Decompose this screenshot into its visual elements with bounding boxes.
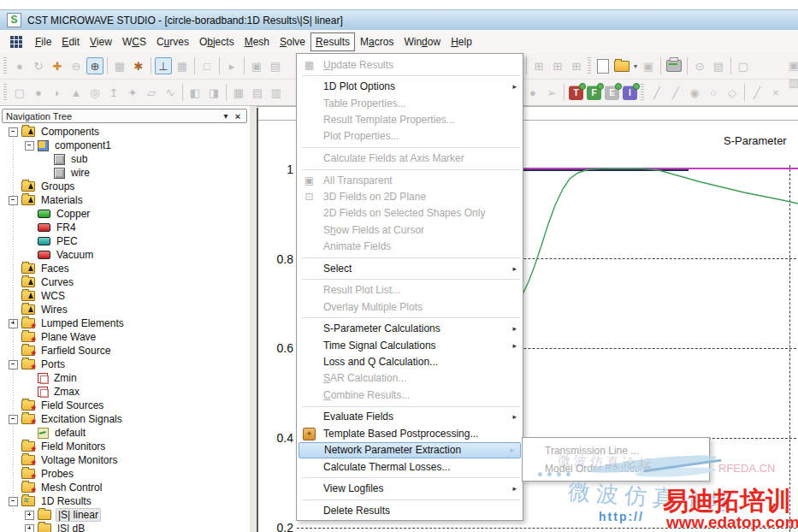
menu-item-template-based-postprocessing[interactable]: ✶Template Based Postprocessing... (297, 425, 523, 441)
window-cascade-icon[interactable]: ⊞ (530, 57, 547, 74)
docked-tool-icon-2[interactable]: ▥ (785, 74, 798, 91)
tree-item-s-linear[interactable]: |S| linear (2, 508, 248, 522)
child-window-system-icon[interactable] (10, 36, 22, 48)
tree-item-wcs[interactable]: WCS (2, 289, 248, 303)
print-icon[interactable] (666, 60, 682, 72)
toolbar-grip[interactable] (3, 57, 7, 74)
report-icon[interactable]: ▢ (735, 57, 752, 74)
frequency-solver-icon[interactable]: F (587, 86, 601, 100)
save-icon[interactable]: ▣ (640, 57, 657, 74)
tree-item-materials[interactable]: Materials (2, 193, 248, 207)
tree-item-1d-results[interactable]: 1D Results (2, 494, 248, 508)
menubar-item-macros[interactable]: Macros (355, 33, 399, 51)
panel-close-icon[interactable]: × (232, 111, 244, 121)
mesh-update-icon[interactable]: ▥ (268, 84, 285, 101)
curve-spline-icon[interactable]: ◇ (724, 84, 741, 101)
settings-gear-icon[interactable]: ✱ (130, 57, 147, 74)
brick-tool-icon[interactable]: ▢ (11, 84, 28, 101)
toolbar-grip[interactable] (641, 84, 644, 101)
open-dropdown-icon[interactable]: ▾ (634, 62, 637, 70)
tree-item-curves[interactable]: Curves (2, 275, 248, 289)
menubar-item-view[interactable]: View (85, 33, 117, 51)
cutplane-icon[interactable]: ▤ (267, 57, 284, 74)
tree-item-plane-wave[interactable]: Plane Wave (2, 330, 248, 344)
panel-menu-caret-icon[interactable]: ▾ (220, 111, 232, 121)
window-tile-icon[interactable]: ⊞ (549, 57, 566, 74)
menu-item-1d-plot-options[interactable]: 1D Plot Options▸ (297, 79, 523, 95)
tree-item-copper[interactable]: Copper (2, 207, 248, 221)
new-file-icon[interactable] (597, 59, 609, 74)
boolean-subtract-icon[interactable]: ◨ (205, 84, 222, 101)
pick-icon[interactable]: ▸ (223, 57, 240, 74)
cone-tool-icon[interactable]: ▲ (68, 84, 85, 101)
curve-circle-icon[interactable]: ◉ (686, 84, 703, 101)
tree-item-faces[interactable]: Faces (2, 262, 248, 275)
tree-item-default[interactable]: default (2, 426, 248, 440)
curve-line-icon[interactable]: ╱ (648, 84, 665, 101)
integral-solver-icon[interactable]: I (623, 86, 637, 100)
menu-item-view-logfiles[interactable]: View Logfiles▸ (297, 480, 523, 496)
tree-item-zmax[interactable]: Zmax (2, 385, 248, 399)
sphere-tool-icon[interactable]: ● (30, 84, 47, 101)
arrow-tool-icon[interactable]: ➢ (543, 84, 560, 101)
tree-item-sub[interactable]: sub (2, 152, 248, 166)
title-bar[interactable]: S CST MICROWAVE STUDIO - [circle-boradba… (0, 9, 798, 31)
tree-item-component1[interactable]: component1 (2, 139, 248, 152)
edit-notes-icon[interactable]: ▤ (710, 57, 727, 74)
menu-item-calculate-thermal-losses[interactable]: Calculate Thermal Losses... (297, 458, 523, 475)
collapse-minus-icon[interactable] (9, 497, 18, 506)
tree-item-fr4[interactable]: FR4 (2, 221, 248, 234)
curve-arc-icon[interactable]: ○ (705, 84, 722, 101)
curve-polygon-icon[interactable]: ╱ (667, 84, 684, 101)
eigenmode-solver-icon[interactable]: E (605, 86, 619, 100)
menubar-item-help[interactable]: Help (446, 33, 477, 51)
delete-curve-icon[interactable]: × (767, 84, 784, 101)
menubar-item-results[interactable]: Results (310, 33, 355, 51)
wireframe-icon[interactable]: ▣ (248, 57, 265, 74)
menubar-item-solve[interactable]: Solve (275, 33, 310, 51)
menubar-item-edit[interactable]: Edit (56, 33, 85, 51)
snapshot-icon[interactable]: ▦ (111, 57, 128, 74)
tree-item-field-monitors[interactable]: Field Monitors (2, 440, 248, 453)
zoom-in-icon[interactable]: ⊕ (86, 57, 103, 74)
transient-solver-icon[interactable]: T (569, 86, 583, 100)
axes-icon[interactable]: ⊥ (155, 57, 172, 74)
menu-item-loss-and-q-calculation[interactable]: Loss and Q Calculation... (297, 353, 523, 369)
collapse-minus-icon[interactable] (9, 127, 18, 137)
tree-item-s-db[interactable]: |S| dB (2, 522, 248, 532)
bounding-box-icon[interactable]: □ (198, 57, 216, 74)
tree-item-components[interactable]: Components (2, 125, 248, 139)
loft-tool-icon[interactable]: ✦ (124, 84, 141, 101)
tree-item-lumped-elements[interactable]: Lumped Elements (2, 316, 248, 330)
collapse-minus-icon[interactable] (9, 415, 18, 424)
torus-tool-icon[interactable]: ◎ (86, 84, 103, 101)
collapse-minus-icon[interactable] (25, 141, 34, 151)
material-tool-icon[interactable]: ● (524, 84, 541, 101)
expand-plus-icon[interactable] (9, 319, 18, 328)
about-info-icon[interactable]: ⊙ (691, 57, 708, 74)
trim-curve-icon[interactable]: ╱ (748, 84, 765, 101)
menu-item-s-parameter-calculations[interactable]: S-Parameter Calculations▸ (297, 321, 523, 337)
expand-plus-icon[interactable] (25, 524, 34, 532)
menubar-item-curves[interactable]: Curves (151, 33, 194, 51)
tree-item-mesh-control[interactable]: Mesh Control (2, 481, 248, 494)
tree-item-farfield-source[interactable]: Farfield Source (2, 344, 248, 358)
extrude-tool-icon[interactable]: ↥ (105, 84, 122, 101)
tree-item-voltage-monitors[interactable]: Voltage Monitors (2, 453, 248, 467)
cylinder-tool-icon[interactable]: ◗ (49, 84, 66, 101)
menu-item-time-signal-calculations[interactable]: Time Signal Calculations▸ (297, 337, 523, 353)
render-icon[interactable]: ● (11, 57, 28, 74)
expand-plus-icon[interactable] (25, 511, 34, 520)
menubar-item-window[interactable]: Window (399, 33, 446, 51)
tree-item-wire[interactable]: wire (2, 166, 248, 180)
zoom-out-icon[interactable]: ⊖ (68, 57, 85, 74)
tree-item-excitation-signals[interactable]: Excitation Signals (2, 412, 248, 426)
menu-item-select[interactable]: Select▸ (297, 260, 523, 276)
sheet-tool-icon[interactable]: ▱ (143, 84, 160, 101)
bend-tool-icon[interactable]: ∿ (162, 84, 179, 101)
tree-item-field-sources[interactable]: Field Sources (2, 399, 248, 412)
panel-splitter[interactable] (250, 106, 257, 532)
menu-item-delete-results[interactable]: Delete Results (297, 502, 523, 518)
menubar-item-mesh[interactable]: Mesh (239, 33, 275, 51)
tree-item-zmin[interactable]: Zmin (2, 371, 248, 385)
